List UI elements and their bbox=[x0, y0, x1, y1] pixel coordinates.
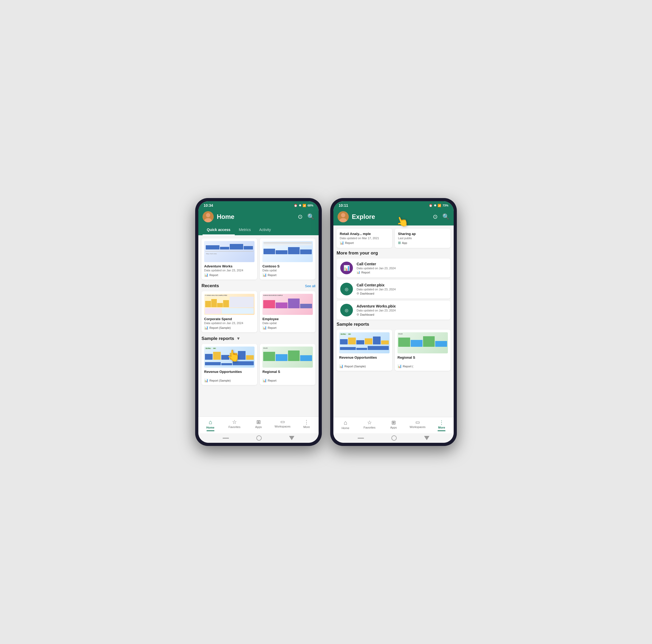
nav-home-1[interactable]: ⌂ Home bbox=[198, 417, 222, 433]
call-center-pbix-item[interactable]: ◎ Call Center.pbix Data updated on Jan 2… bbox=[336, 280, 451, 299]
battery-1: 68% bbox=[307, 204, 313, 207]
wifi-icon: 📶 bbox=[302, 204, 306, 207]
sharing-title: Sharing ap bbox=[398, 232, 447, 236]
revenue-date bbox=[204, 374, 254, 377]
camera-icon-2[interactable]: ⊙ bbox=[433, 213, 438, 220]
nav-home-2[interactable]: ⌂ Home bbox=[333, 417, 357, 433]
revenue-card-2[interactable]: $1.97bn 444 bbox=[336, 330, 392, 371]
app-icon-1: ⊞ bbox=[398, 241, 401, 245]
nav-more-2[interactable]: ⋮ More bbox=[430, 417, 454, 433]
regional-thumb-1: SALES bbox=[263, 346, 313, 368]
back-gesture-2[interactable] bbox=[358, 438, 364, 439]
bluetooth-icon: ✱ bbox=[299, 204, 301, 207]
status-bar-2: 10:11 ⏰ ✱ 📶 73% bbox=[333, 201, 454, 208]
regional-card-1[interactable]: SALES Regional S 📊 Re bbox=[260, 344, 316, 385]
content-1: Map chart area Adventure Works Data upda… bbox=[198, 235, 319, 416]
back-gesture-1[interactable] bbox=[223, 438, 229, 439]
nav-favorites-label-2: Favorites bbox=[363, 426, 375, 429]
search-icon-1[interactable]: 🔍 bbox=[307, 213, 315, 220]
adventure-pbix-info: Adventure Works.pbix Data updated on Jan… bbox=[357, 304, 396, 316]
nav-workspaces-1[interactable]: ▭ Workspaces bbox=[271, 417, 295, 433]
call-center-icon-symbol: 📊 bbox=[344, 265, 350, 271]
revenue-type: 📊 Report (Sample) bbox=[204, 379, 254, 383]
sharing-card[interactable]: Sharing ap Last publis ⊞ App bbox=[395, 229, 451, 248]
tab-quick-access[interactable]: Quick access bbox=[202, 225, 235, 235]
adventure-chart: Map chart area bbox=[204, 241, 254, 262]
avatar-1 bbox=[202, 211, 214, 222]
quick-access-row: Map chart area Adventure Works Data upda… bbox=[201, 239, 316, 280]
regional-title-1: Regional S bbox=[263, 370, 313, 374]
home-gesture-1[interactable] bbox=[256, 436, 262, 441]
regional-thumb-2: SALES bbox=[398, 332, 448, 354]
search-icon-2[interactable]: 🔍 bbox=[442, 213, 450, 220]
retail-date: Data updated on Mar 17, 2021 bbox=[340, 236, 389, 240]
call-center-item[interactable]: 📊 Call Center Data updated on Jan 23, 20… bbox=[336, 258, 451, 277]
nav-home-label-1: Home bbox=[206, 426, 214, 429]
report-icon-5: 📊 bbox=[204, 379, 208, 383]
alarm-icon: ⏰ bbox=[294, 204, 298, 207]
contoso-card[interactable]: Contoso S Data updat 📊 Report bbox=[260, 239, 316, 280]
adventure-pbix-title: Adventure Works.pbix bbox=[357, 304, 396, 308]
nav-apps-2[interactable]: ⊞ Apps bbox=[381, 417, 405, 433]
employee-date: Data updat bbox=[263, 321, 313, 325]
adventure-works-card[interactable]: Map chart area Adventure Works Data upda… bbox=[201, 239, 257, 280]
nav-underline-1 bbox=[207, 430, 214, 431]
favorites-icon-2: ☆ bbox=[367, 420, 372, 425]
report-icon-4: 📊 bbox=[263, 326, 267, 330]
corporate-thumb: IT SPEND ANALYSIS SAMPLE PBIX bbox=[204, 294, 254, 315]
corporate-spend-type: 📊 Report (Sample) bbox=[204, 326, 254, 330]
nav-more-1[interactable]: ⋮ More bbox=[295, 417, 319, 433]
home-icon-1: ⌂ bbox=[209, 419, 212, 425]
tab-activity[interactable]: Activity bbox=[255, 225, 275, 235]
report-icon-9: 📊 bbox=[398, 364, 402, 368]
revenue-date-2 bbox=[339, 360, 389, 363]
nav-favorites-1[interactable]: ☆ Favorites bbox=[222, 417, 246, 433]
nav-underline-2 bbox=[438, 430, 445, 431]
tab-metrics[interactable]: Metrics bbox=[235, 225, 255, 235]
corporate-spend-card[interactable]: IT SPEND ANALYSIS SAMPLE PBIX bbox=[201, 291, 257, 332]
call-center-info: Call Center Data updated on Jan 23, 2024… bbox=[357, 262, 396, 274]
avatar-img-1 bbox=[202, 211, 214, 222]
revenue-card[interactable]: $1.97bn 444 bbox=[201, 344, 257, 385]
see-all-link[interactable]: See all bbox=[305, 284, 316, 288]
sharing-type: ⊞ App bbox=[398, 241, 447, 245]
tabs-1: Quick access Metrics Activity bbox=[198, 225, 319, 235]
home-gesture-2[interactable] bbox=[391, 436, 397, 441]
phone1: 10:34 ⏰ ✱ 📶 68% Home ⊙ bbox=[195, 198, 322, 446]
regional-type-2: 📊 Report ( bbox=[398, 364, 448, 368]
sample-reports-row-2: $1.97bn 444 bbox=[336, 330, 451, 371]
avatar-2 bbox=[337, 211, 349, 222]
nav-workspaces-label-1: Workspaces bbox=[275, 425, 290, 428]
nav-workspaces-2[interactable]: ▭ Workspaces bbox=[406, 417, 430, 433]
recent-gesture-1[interactable] bbox=[289, 436, 294, 440]
adventure-pbix-item[interactable]: ◎ Adventure Works.pbix Data updated on J… bbox=[336, 301, 451, 319]
report-icon-2: 📊 bbox=[263, 273, 267, 277]
report-icon-1: 📊 bbox=[204, 273, 208, 277]
dashboard-icon-1: ⊙ bbox=[357, 292, 359, 295]
nav-apps-1[interactable]: ⊞ Apps bbox=[246, 417, 270, 433]
corporate-spend-title: Corporate Spend bbox=[204, 317, 254, 321]
camera-icon-1[interactable]: ⊙ bbox=[298, 213, 302, 220]
phone1-screen: 10:34 ⏰ ✱ 📶 68% Home ⊙ bbox=[198, 201, 319, 443]
regional-card-2[interactable]: SALES Regional S 📊 Re bbox=[395, 330, 451, 371]
more-icon-1: ⋮ bbox=[304, 419, 309, 425]
contoso-thumb bbox=[263, 241, 313, 262]
employee-card[interactable]: HUMAN RESOURCES SAMPLE Employee Data upd… bbox=[260, 291, 316, 332]
nav-favorites-2[interactable]: ☆ Favorites bbox=[357, 417, 381, 433]
call-center-pbix-info: Call Center.pbix Data updated on Jan 23,… bbox=[357, 283, 396, 295]
recents-header: Recents See all bbox=[201, 283, 316, 288]
svg-point-1 bbox=[206, 213, 210, 217]
bluetooth-icon-2: ✱ bbox=[434, 204, 436, 207]
nav-workspaces-label-2: Workspaces bbox=[410, 425, 426, 428]
svg-point-4 bbox=[341, 213, 345, 217]
nav-apps-label-2: Apps bbox=[390, 426, 397, 429]
adventure-pbix-type: ⊙ Dashboard bbox=[357, 313, 396, 316]
call-center-icon: 📊 bbox=[340, 261, 353, 274]
sample-reports-title-2: Sample reports bbox=[336, 322, 369, 327]
employee-thumb: HUMAN RESOURCES SAMPLE bbox=[263, 294, 313, 315]
revenue-type-2: 📊 Report (Sample) bbox=[339, 364, 389, 368]
retail-card[interactable]: Retail Analy... mple Data updated on Mar… bbox=[336, 229, 392, 248]
revenue-thumb: $1.97bn 444 bbox=[204, 346, 254, 368]
recent-gesture-2[interactable] bbox=[424, 436, 429, 440]
home-icon-2: ⌂ bbox=[344, 420, 347, 426]
